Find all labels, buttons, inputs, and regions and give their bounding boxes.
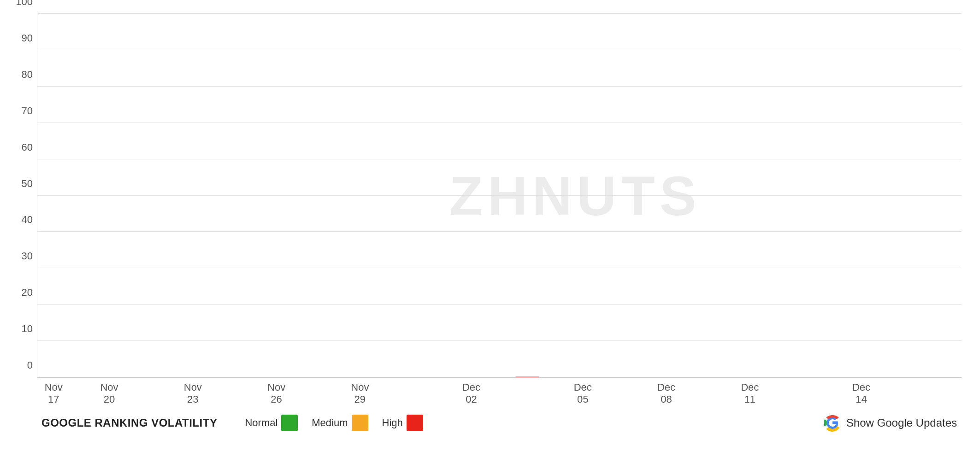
y-axis-label: 0 [27,359,33,371]
y-axis-label: 10 [22,323,33,335]
x-label-spacer [69,381,93,405]
chart-area: ZHNUTS 0102030405060708090100 [37,14,962,378]
legend-item-normal: Normal [245,415,298,431]
x-label-spacer [376,381,400,405]
legend-item-medium: Medium [312,415,368,431]
x-label-spacer [543,381,567,405]
x-label-spacer [209,381,233,405]
bar-group [515,376,539,377]
x-label-spacer [626,381,650,405]
x-label-spacer: Dec 14 [849,381,873,405]
x-label-spacer [877,381,901,405]
chart-container: ZHNUTS 0102030405060708090100 Nov 17Nov … [0,0,980,469]
medium-color-box [352,415,368,431]
high-label: High [382,417,403,429]
google-icon [823,414,842,432]
y-axis-label: 90 [22,32,33,44]
y-axis-label: 20 [22,287,33,299]
x-labels: Nov 17Nov 20Nov 23Nov 26Nov 29Dec 02Dec … [37,381,962,405]
medium-label: Medium [312,417,348,429]
x-label-spacer [515,381,539,405]
x-label-spacer [236,381,260,405]
x-label-spacer [153,381,177,405]
y-axis-label: 100 [16,0,33,8]
bar [515,376,539,377]
x-label-spacer [403,381,427,405]
show-google-updates-button[interactable]: Show Google Updates [823,414,957,432]
x-label-spacer: Nov 23 [181,381,205,405]
x-label-spacer: Dec 11 [738,381,762,405]
x-label-spacer: Dec 08 [654,381,678,405]
chart-title: GOOGLE RANKING VOLATILITY [41,416,217,429]
x-label-spacer [682,381,706,405]
y-axis-label: 50 [22,178,33,190]
x-label-spacer [766,381,790,405]
x-label-spacer [710,381,734,405]
x-label-spacer: Nov 26 [264,381,288,405]
x-label-spacer: Nov 20 [97,381,121,405]
x-label-spacer [431,381,455,405]
x-label-spacer [793,381,817,405]
footer: GOOGLE RANKING VOLATILITY Normal Medium … [37,414,962,432]
x-label-spacer [292,381,316,405]
legend: Normal Medium High [245,415,823,431]
x-label-spacer [125,381,149,405]
bars-container [37,14,962,377]
x-label-spacer: Nov 29 [348,381,372,405]
y-axis-label: 30 [22,250,33,262]
x-label-spacer: Nov 17 [41,381,65,405]
x-label-spacer [320,381,344,405]
x-label-spacer: Dec 05 [571,381,595,405]
high-color-box [407,415,423,431]
y-axis-label: 60 [22,141,33,153]
y-axis-label: 80 [22,69,33,81]
x-label-spacer: Dec 02 [459,381,483,405]
x-label-spacer [933,381,957,405]
x-label-spacer [821,381,845,405]
x-label-spacer [487,381,511,405]
y-axis-label: 70 [22,105,33,117]
y-axis-label: 40 [22,214,33,226]
show-updates-label: Show Google Updates [846,416,957,429]
normal-label: Normal [245,417,277,429]
legend-item-high: High [382,415,423,431]
x-label-spacer [905,381,929,405]
normal-color-box [281,415,298,431]
x-label-spacer [598,381,622,405]
